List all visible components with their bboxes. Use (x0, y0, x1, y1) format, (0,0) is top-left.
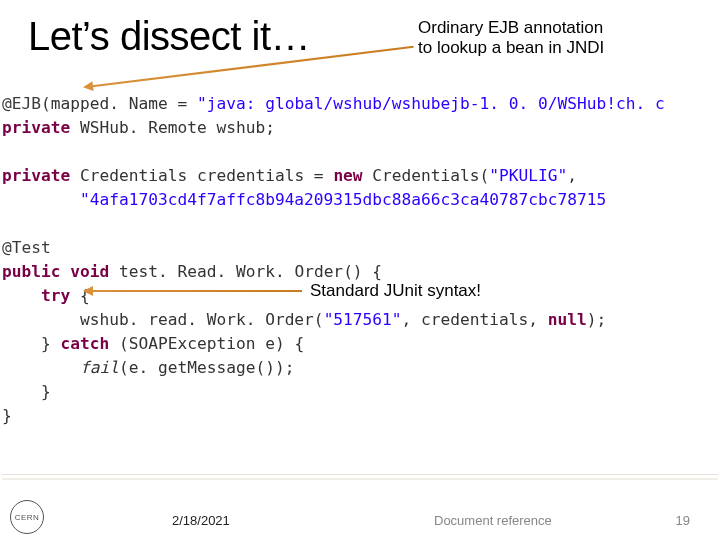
code-string: "4afa1703cd4f7affc8b94a209315dbc88a66c3c… (80, 190, 606, 209)
annotation-junit: Standard JUnit syntax! (310, 281, 481, 301)
annotation-ejb-line1: Ordinary EJB annotation (418, 18, 603, 37)
divider (2, 478, 718, 480)
annotation-ejb: Ordinary EJB annotation to lookup a bean… (418, 18, 604, 59)
code-text: () { (343, 262, 382, 281)
divider (2, 474, 718, 475)
code-annotation-ejb: @EJB (2, 94, 41, 113)
code-keyword: void (70, 262, 119, 281)
code-var: credentials (197, 166, 304, 185)
arrow-to-test-annotation (86, 290, 302, 292)
code-string: "PKULIG" (489, 166, 567, 185)
code-string: "517561" (324, 310, 402, 329)
code-method: test. Read. Work. Order (119, 262, 343, 281)
code-string: "java: global/wshub/wshubejb-1. 0. 0/WSH… (197, 94, 665, 113)
code-call: wshub. read. Work. Order( (80, 310, 324, 329)
code-annotation-test: @Test (2, 238, 51, 257)
code-keyword: private (2, 166, 80, 185)
code-type: Credentials (80, 166, 197, 185)
slide-footer: CERN 2/18/2021 Document reference 19 (0, 498, 720, 540)
code-text: ; (265, 118, 275, 137)
footer-date: 2/18/2021 (172, 513, 230, 528)
code-text: (SOAPException e) { (119, 334, 304, 353)
annotation-ejb-line2: to lookup a bean in JNDI (418, 38, 604, 57)
code-text: } (2, 406, 12, 425)
code-keyword: new (333, 166, 372, 185)
code-text: } (41, 334, 61, 353)
code-keyword: catch (60, 334, 118, 353)
code-call: fail (80, 358, 119, 377)
code-keyword: private (2, 118, 80, 137)
code-type: WSHub. Remote (80, 118, 216, 137)
code-block: @EJB(mapped. Name = "java: global/wshub/… (2, 92, 665, 428)
code-text: Credentials( (372, 166, 489, 185)
code-text: , (567, 166, 577, 185)
footer-reference: Document reference (434, 513, 552, 528)
code-text: , credentials, (402, 310, 548, 329)
code-keyword: null (548, 310, 587, 329)
code-text: (e. getMessage()); (119, 358, 294, 377)
slide-title: Let’s dissect it… (28, 14, 310, 59)
footer-page-number: 19 (676, 513, 690, 528)
code-text: } (41, 382, 51, 401)
code-text: ); (587, 310, 607, 329)
code-var: wshub (216, 118, 265, 137)
code-keyword: public (2, 262, 70, 281)
code-keyword: try (41, 286, 80, 305)
cern-logo-icon: CERN (10, 500, 44, 534)
code-text: = (304, 166, 333, 185)
code-text: (mapped. Name = (41, 94, 197, 113)
